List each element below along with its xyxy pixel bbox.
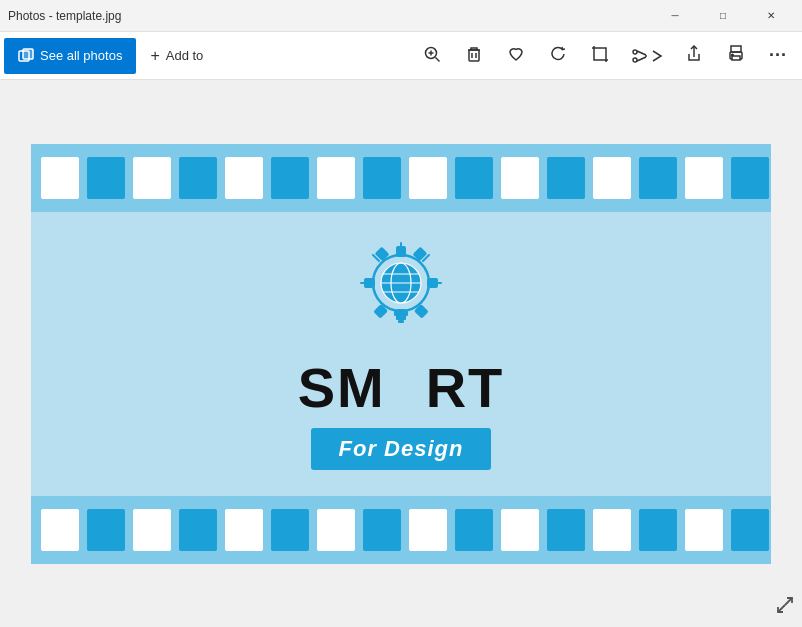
brand-logo-icon <box>341 238 461 348</box>
plus-icon: + <box>150 47 159 65</box>
svg-rect-34 <box>394 311 408 316</box>
film-hole <box>317 157 355 199</box>
film-hole <box>501 509 539 551</box>
more-button[interactable]: ··· <box>758 38 798 74</box>
film-hole <box>317 509 355 551</box>
film-hole-blue <box>179 509 217 551</box>
zoom-in-icon <box>423 45 441 67</box>
share-icon <box>685 45 703 67</box>
film-hole-blue <box>547 157 585 199</box>
window-controls: ─ □ ✕ <box>652 0 794 32</box>
svg-line-43 <box>778 605 785 612</box>
svg-rect-6 <box>469 50 479 61</box>
film-hole-blue <box>271 157 309 199</box>
window-title: Photos - template.jpg <box>8 9 121 23</box>
film-hole-blue <box>87 509 125 551</box>
svg-rect-17 <box>732 56 740 60</box>
brand-sm: SM <box>298 360 386 416</box>
svg-point-18 <box>732 54 734 56</box>
toolbar: See all photos + Add to <box>0 32 802 80</box>
print-button[interactable] <box>716 38 756 74</box>
delete-button[interactable] <box>454 38 494 74</box>
film-hole <box>225 157 263 199</box>
heart-button[interactable] <box>496 38 536 74</box>
film-hole-blue <box>87 157 125 199</box>
center-content: SM RT For Design <box>31 212 771 496</box>
film-hole <box>41 509 79 551</box>
svg-rect-35 <box>396 316 406 320</box>
logo-area: SM RT For Design <box>298 238 505 470</box>
film-hole-blue <box>639 157 677 199</box>
svg-point-9 <box>633 50 637 54</box>
film-hole <box>685 157 723 199</box>
film-hole <box>501 157 539 199</box>
print-icon <box>727 45 745 67</box>
scissors-icon <box>631 47 663 65</box>
film-strip-bottom <box>31 496 771 564</box>
film-hole-blue <box>455 509 493 551</box>
film-hole-blue <box>731 157 769 199</box>
film-hole <box>685 509 723 551</box>
photos-icon <box>18 48 34 64</box>
film-hole-blue <box>731 509 769 551</box>
film-hole-blue <box>455 157 493 199</box>
delete-icon <box>465 45 483 67</box>
svg-point-10 <box>633 58 637 62</box>
main-content: SM RT For Design <box>0 80 802 627</box>
add-to-label: Add to <box>166 48 204 63</box>
film-hole <box>593 157 631 199</box>
rotate-icon <box>549 45 567 67</box>
edit-button[interactable] <box>622 38 672 74</box>
share-button[interactable] <box>674 38 714 74</box>
image-display: SM RT For Design <box>31 144 771 564</box>
film-hole-blue <box>547 509 585 551</box>
more-icon: ··· <box>769 45 787 66</box>
film-hole <box>225 509 263 551</box>
film-hole <box>409 509 447 551</box>
svg-line-12 <box>637 57 646 61</box>
film-hole-blue <box>639 509 677 551</box>
see-all-photos-button[interactable]: See all photos <box>4 38 136 74</box>
svg-line-42 <box>785 598 792 605</box>
minimize-button[interactable]: ─ <box>652 0 698 32</box>
brand-tagline: For Design <box>311 428 492 470</box>
maximize-button[interactable]: □ <box>700 0 746 32</box>
film-hole-blue <box>363 509 401 551</box>
heart-icon <box>507 45 525 67</box>
crop-button[interactable] <box>580 38 620 74</box>
close-button[interactable]: ✕ <box>748 0 794 32</box>
film-hole <box>133 157 171 199</box>
svg-rect-36 <box>398 320 404 323</box>
film-hole <box>41 157 79 199</box>
expand-button[interactable] <box>776 596 794 619</box>
film-hole-blue <box>179 157 217 199</box>
rotate-button[interactable] <box>538 38 578 74</box>
film-hole-blue <box>363 157 401 199</box>
see-all-photos-label: See all photos <box>40 48 122 63</box>
film-hole <box>409 157 447 199</box>
title-bar: Photos - template.jpg ─ □ ✕ <box>0 0 802 32</box>
film-hole-blue <box>271 509 309 551</box>
svg-rect-15 <box>731 46 741 52</box>
brand-rt: RT <box>426 360 505 416</box>
film-hole <box>593 509 631 551</box>
svg-rect-1 <box>23 49 33 59</box>
zoom-in-button[interactable] <box>412 38 452 74</box>
svg-line-3 <box>436 57 440 61</box>
svg-line-11 <box>637 51 646 55</box>
film-strip-top <box>31 144 771 212</box>
add-to-button[interactable]: + Add to <box>138 38 215 74</box>
crop-icon <box>591 45 609 67</box>
film-hole <box>133 509 171 551</box>
brand-text: SM RT <box>298 360 505 416</box>
